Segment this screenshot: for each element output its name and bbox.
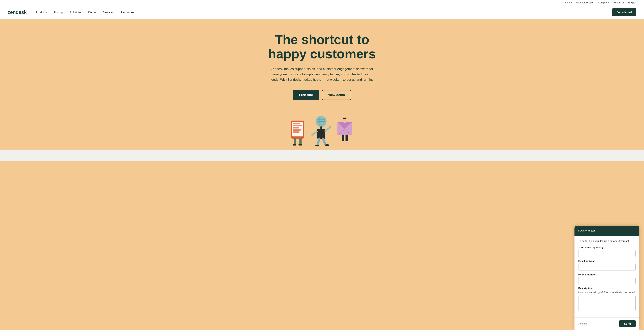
svg-rect-33 [342,135,344,142]
svg-rect-9 [293,144,296,146]
svg-rect-35 [341,141,344,143]
nav-links: Products Pricing Solutions Demo Services… [36,11,612,14]
free-trial-button[interactable]: Free trial [293,90,319,100]
svg-rect-8 [300,138,302,144]
characters-svg [288,111,356,150]
hero-cta-buttons: Free trial View demo [293,90,351,100]
svg-line-23 [318,139,319,145]
svg-rect-36 [345,141,349,143]
svg-line-24 [323,139,326,145]
svg-rect-34 [346,135,348,142]
top-utility-bar: Sign in Product Support Company Contact … [0,0,644,5]
language-selector[interactable]: English [628,1,636,4]
svg-rect-3 [293,125,302,126]
main-navbar: zendesk Products Pricing Solutions Demo … [0,5,644,19]
svg-rect-2 [293,123,300,124]
hero-section: The shortcut to happy customers Zendesk … [0,19,644,150]
svg-rect-19 [317,129,325,139]
nav-resources[interactable]: Resources [120,11,134,14]
svg-rect-6 [293,131,300,133]
nav-demo[interactable]: Demo [88,11,96,14]
svg-rect-10 [298,144,302,146]
nav-pricing[interactable]: Pricing [54,11,63,14]
svg-rect-5 [293,129,301,131]
hero-title: The shortcut to happy customers [268,32,376,61]
svg-rect-18 [320,127,322,129]
svg-line-21 [325,128,330,131]
get-started-button[interactable]: Get started [612,8,636,16]
svg-rect-25 [315,145,319,146]
svg-rect-4 [293,127,299,129]
contact-us-topbar-link[interactable]: Contact us [612,1,624,4]
zendesk-logo[interactable]: zendesk [8,9,26,15]
svg-point-22 [328,126,331,128]
nav-solutions[interactable]: Solutions [70,11,81,14]
product-support-link[interactable]: Product Support [576,1,594,4]
nav-services[interactable]: Services [103,11,114,14]
sign-in-link[interactable]: Sign in [565,1,572,4]
hero-illustration [288,111,356,150]
svg-rect-7 [294,138,296,144]
company-link[interactable]: Company [598,1,609,4]
svg-rect-32 [343,118,346,119]
svg-line-20 [312,131,317,135]
nav-products[interactable]: Products [36,11,47,14]
view-demo-button[interactable]: View demo [322,90,351,100]
svg-rect-26 [325,144,329,146]
hero-subtitle: Zendesk makes support, sales, and custom… [268,66,376,82]
bottom-strip [0,150,644,161]
